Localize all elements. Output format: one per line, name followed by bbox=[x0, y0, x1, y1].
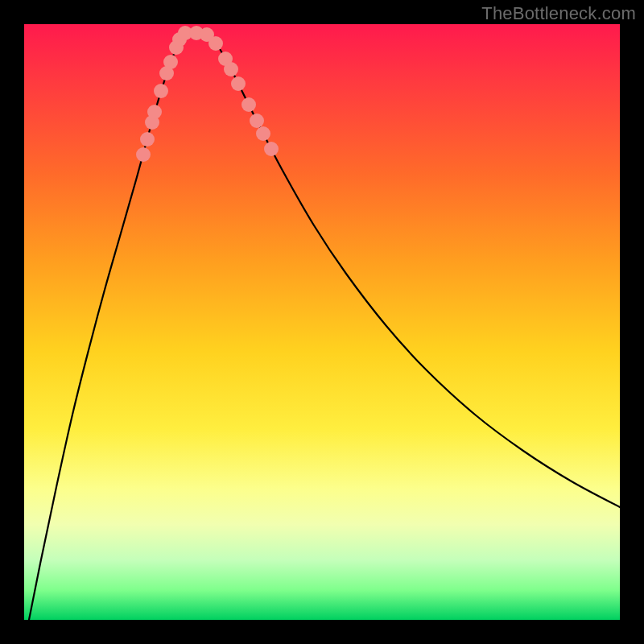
highlight-dot bbox=[224, 62, 238, 76]
highlight-dot bbox=[163, 55, 178, 69]
highlight-dots bbox=[136, 26, 279, 162]
chart-frame: TheBottleneck.com bbox=[0, 0, 644, 644]
plot-area bbox=[24, 24, 620, 620]
watermark-text: TheBottleneck.com bbox=[481, 3, 636, 24]
highlight-dot bbox=[231, 76, 246, 91]
chart-svg bbox=[24, 24, 620, 620]
highlight-dot bbox=[154, 84, 168, 98]
highlight-dot bbox=[140, 132, 155, 147]
highlight-dot bbox=[136, 147, 151, 162]
bottleneck-curve bbox=[29, 31, 620, 620]
highlight-dot bbox=[250, 114, 264, 128]
highlight-dot bbox=[208, 36, 223, 51]
highlight-dot bbox=[264, 142, 279, 156]
highlight-dot bbox=[256, 126, 270, 141]
highlight-dot bbox=[147, 105, 162, 119]
highlight-dot bbox=[242, 97, 256, 112]
